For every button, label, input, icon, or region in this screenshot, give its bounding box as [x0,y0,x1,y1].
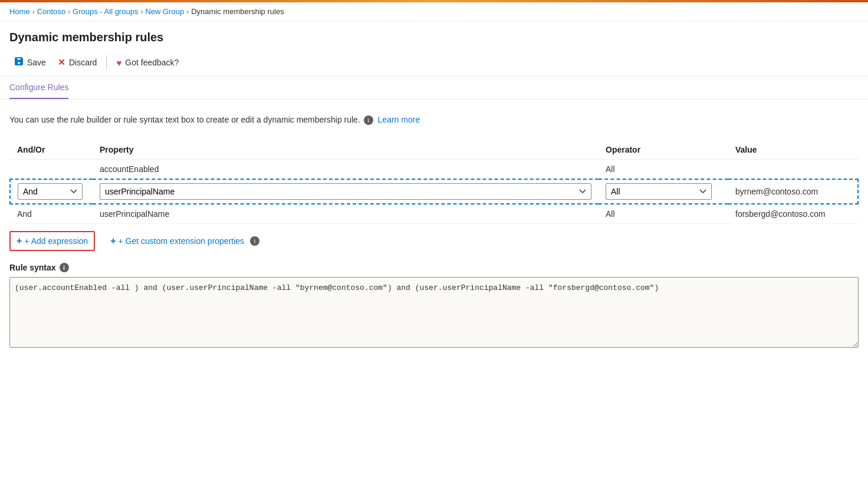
col-andor-header: And/Or [10,140,93,160]
add-expression-label: + Add expression [24,236,88,246]
breadcrumb-contoso[interactable]: Contoso [37,7,65,16]
tabs-bar: Configure Rules [0,77,868,100]
row1-value [728,160,858,180]
row1-operator: All [599,160,728,180]
feedback-label: Got feedback? [125,58,179,67]
row2-operator-cell: All Equals Not Equals Contains Not Conta… [599,179,728,204]
col-property-header: Property [93,140,599,160]
col-value-header: Value [728,140,858,160]
content-area: You can use the rule builder or rule syn… [0,100,868,359]
info-text: You can use the rule builder or rule syn… [9,114,859,126]
row3-property: userPrincipalName [93,204,599,224]
feedback-icon: ♥ [116,58,121,68]
col-operator-header: Operator [599,140,728,160]
rule-table-container: And/Or Property Operator Value accountEn… [9,140,859,224]
add-expression-button[interactable]: + + Add expression [9,231,95,251]
table-row: And Or userPrincipalName accountEnabled … [10,179,858,204]
row2-value: byrnem@contoso.com [735,187,818,196]
table-row: And userPrincipalName All forsbergd@cont… [10,204,858,224]
add-expression-plus-icon: + [17,236,22,246]
feedback-button[interactable]: ♥ Got feedback? [111,55,183,71]
info-icon[interactable]: i [364,116,373,125]
rule-syntax-textarea[interactable]: (user.accountEnabled -all ) and (user.us… [9,277,859,348]
discard-icon: ✕ [58,57,65,68]
breadcrumb-new-group[interactable]: New Group [145,7,184,16]
learn-more-link[interactable]: Learn more [378,115,420,124]
discard-label: Discard [69,58,97,67]
actions-row: + + Add expression + + Get custom extens… [9,231,859,251]
save-button[interactable]: Save [9,54,51,71]
breadcrumb-home[interactable]: Home [9,7,30,16]
breadcrumb-sep-1: › [32,8,35,16]
discard-button[interactable]: ✕ Discard [53,54,101,71]
tab-configure-rules[interactable]: Configure Rules [9,77,68,99]
breadcrumb-sep-3: › [140,8,143,16]
breadcrumb-bar: Home › Contoso › Groups - All groups › N… [0,2,868,21]
row2-andor-select[interactable]: And Or [18,183,83,200]
breadcrumb-all-groups[interactable]: Groups - All groups [73,7,138,16]
get-ext-info-icon[interactable]: i [250,236,259,246]
save-icon [14,57,24,68]
row2-value-cell: byrnem@contoso.com [728,179,858,204]
row2-property-select[interactable]: userPrincipalName accountEnabled departm… [100,183,591,200]
breadcrumb-current: Dynamic membership rules [191,7,284,16]
row1-andor [10,160,93,180]
rule-syntax-section: Rule syntax i (user.accountEnabled -all … [9,263,859,349]
get-custom-extension-button[interactable]: + + Get custom extension properties i [104,232,265,250]
row2-andor-cell: And Or [10,179,93,204]
save-label: Save [27,58,46,67]
row3-operator: All [599,204,728,224]
toolbar-divider [106,55,107,70]
rule-table: And/Or Property Operator Value accountEn… [9,140,859,224]
row3-value: forsbergd@contoso.com [728,204,858,224]
table-row: accountEnabled All [10,160,858,180]
rule-syntax-info-icon[interactable]: i [60,263,69,272]
row2-property-cell: userPrincipalName accountEnabled departm… [93,179,599,204]
toolbar: Save ✕ Discard ♥ Got feedback? [0,49,868,77]
page-header: Dynamic membership rules [0,21,868,49]
page-title: Dynamic membership rules [9,31,859,44]
row2-operator-select[interactable]: All Equals Not Equals Contains Not Conta… [606,183,712,200]
breadcrumb-sep-2: › [68,8,70,16]
row1-property: accountEnabled [93,160,599,180]
get-ext-plus-icon: + [110,236,116,246]
rule-syntax-label: Rule syntax i [9,263,859,272]
get-ext-label: + Get custom extension properties [118,236,244,246]
row3-andor: And [10,204,93,224]
breadcrumb-sep-4: › [186,8,189,16]
